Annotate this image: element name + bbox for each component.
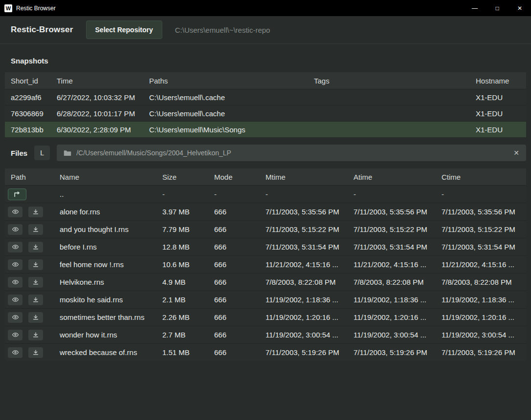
col-paths: Paths — [143, 77, 308, 85]
snapshot-row[interactable]: a2299af6 6/27/2022, 10:03:32 PM C:\Users… — [5, 89, 526, 105]
download-file-button[interactable] — [28, 242, 43, 252]
eye-icon — [12, 296, 19, 303]
files-bar: Files L /C/Users/emuell/Music/Songs/2004… — [5, 145, 526, 161]
select-repository-button[interactable]: Select Repository — [86, 21, 162, 39]
snapshot-row[interactable]: 76306869 6/28/2022, 10:01:17 PM C:\Users… — [5, 105, 526, 121]
file-row: wonder how it.rns 2.7 MB 666 11/19/2002,… — [5, 326, 526, 343]
col-hostname: Hostname — [470, 77, 526, 85]
file-mode: 666 — [208, 348, 260, 357]
eye-icon — [12, 332, 19, 338]
file-mode: 666 — [208, 225, 260, 233]
file-atime: 7/11/2003, 5:15:22 PM — [348, 225, 436, 233]
file-row: and you thought I.rns 7.79 MB 666 7/11/2… — [5, 220, 526, 238]
file-name: and you thought I.rns — [54, 225, 156, 233]
file-ctime: 7/11/2003, 5:31:54 PM — [436, 243, 526, 251]
preview-file-button[interactable] — [8, 277, 22, 288]
file-name: sometimes better than.rns — [54, 313, 156, 321]
preview-file-button[interactable] — [8, 330, 22, 340]
file-size: 12.8 MB — [156, 243, 208, 251]
current-path-text: /C/Users/emuell/Music/Songs/2004_Helveti… — [76, 149, 509, 157]
file-mtime: 11/19/2002, 3:00:54 ... — [260, 331, 348, 339]
preview-file-button[interactable] — [8, 347, 22, 358]
file-name: alone for.rns — [54, 208, 156, 216]
download-file-button[interactable] — [28, 224, 43, 235]
download-file-button[interactable] — [28, 347, 43, 358]
download-file-button[interactable] — [28, 312, 43, 323]
file-row: moskito he said.rns 2.1 MB 666 11/19/200… — [5, 291, 526, 308]
parent-arrow-icon — [13, 191, 21, 197]
snapshot-short-id: 76306869 — [5, 109, 51, 118]
file-row: wrecked because of.rns 1.51 MB 666 7/11/… — [5, 343, 526, 361]
file-size: 7.79 MB — [156, 225, 208, 233]
col-tags: Tags — [308, 77, 470, 85]
preview-file-button[interactable] — [8, 312, 22, 323]
download-icon — [32, 279, 39, 285]
go-to-parent-button[interactable] — [8, 189, 26, 200]
file-row: Helvikone.rns 4.9 MB 666 7/8/2003, 8:22:… — [5, 273, 526, 291]
snapshot-short-id: 72b813bb — [5, 126, 51, 134]
col-size: Size — [156, 173, 208, 181]
file-mtime: 7/11/2003, 5:19:26 PM — [260, 348, 348, 357]
preview-file-button[interactable] — [8, 259, 22, 270]
preview-file-button[interactable] — [8, 207, 22, 217]
app-header: Restic-Browser Select Repository C:\User… — [0, 16, 531, 44]
eye-icon — [12, 261, 19, 268]
download-file-button[interactable] — [28, 277, 43, 288]
app-logo-icon: W — [4, 4, 12, 12]
snapshot-time: 6/30/2022, 2:28:09 PM — [51, 126, 143, 134]
file-atime: - — [348, 190, 436, 198]
file-name: before I.rns — [54, 243, 156, 251]
snapshot-row-selected[interactable]: 72b813bb 6/30/2022, 2:28:09 PM C:\Users\… — [5, 121, 526, 137]
col-name: Name — [54, 173, 156, 181]
file-mode: 666 — [208, 313, 260, 321]
eye-icon — [12, 244, 19, 250]
download-file-button[interactable] — [28, 294, 43, 305]
close-button[interactable]: ✕ — [509, 0, 531, 16]
snapshot-hostname: X1-EDU — [470, 109, 526, 118]
col-path: Path — [5, 173, 54, 181]
snapshots-table-header: Short_id Time Paths Tags Hostname — [5, 72, 526, 89]
current-path-input[interactable]: /C/Users/emuell/Music/Songs/2004_Helveti… — [57, 145, 526, 161]
file-row: before I.rns 12.8 MB 666 7/11/2003, 5:31… — [5, 238, 526, 255]
download-icon — [32, 332, 39, 338]
window-title: Restic Browser — [16, 5, 56, 12]
file-ctime: 7/11/2003, 5:35:56 PM — [436, 208, 526, 216]
file-atime: 11/21/2002, 4:15:16 ... — [348, 260, 436, 269]
file-atime: 11/19/2002, 1:18:36 ... — [348, 295, 436, 304]
window-controls: — □ ✕ — [464, 0, 531, 16]
file-size: 4.9 MB — [156, 278, 208, 286]
file-atime: 11/19/2002, 3:00:54 ... — [348, 331, 436, 339]
file-size: 1.51 MB — [156, 348, 208, 357]
download-icon — [32, 244, 39, 250]
file-name: feel home now !.rns — [54, 260, 156, 269]
download-file-button[interactable] — [28, 330, 43, 340]
download-icon — [32, 226, 39, 232]
col-mode: Mode — [208, 173, 260, 181]
drive-letter-button[interactable]: L — [34, 146, 50, 160]
col-short-id: Short_id — [5, 77, 51, 85]
download-file-button[interactable] — [28, 259, 43, 270]
file-name: Helvikone.rns — [54, 278, 156, 286]
snapshot-paths: C:\Users\emuell\Music\Songs — [143, 126, 308, 134]
file-mode: 666 — [208, 331, 260, 339]
snapshot-short-id: a2299af6 — [5, 93, 51, 102]
preview-file-button[interactable] — [8, 242, 22, 252]
file-mode: 666 — [208, 208, 260, 216]
eye-icon — [12, 226, 19, 232]
file-mode: - — [208, 190, 260, 198]
file-size: 3.97 MB — [156, 208, 208, 216]
eye-icon — [12, 349, 19, 356]
file-atime: 7/8/2003, 8:22:08 PM — [348, 278, 436, 286]
folder-icon — [64, 150, 71, 156]
col-ctime: Ctime — [436, 173, 526, 181]
file-mtime: 7/11/2003, 5:31:54 PM — [260, 243, 348, 251]
maximize-button[interactable]: □ — [486, 0, 509, 16]
download-file-button[interactable] — [28, 207, 43, 217]
file-ctime: 11/19/2002, 1:20:16 ... — [436, 313, 526, 321]
clear-path-button[interactable]: ✕ — [513, 149, 519, 157]
preview-file-button[interactable] — [8, 294, 22, 305]
minimize-button[interactable]: — — [464, 0, 486, 16]
file-size: 2.26 MB — [156, 313, 208, 321]
preview-file-button[interactable] — [8, 224, 22, 235]
download-icon — [32, 349, 39, 356]
